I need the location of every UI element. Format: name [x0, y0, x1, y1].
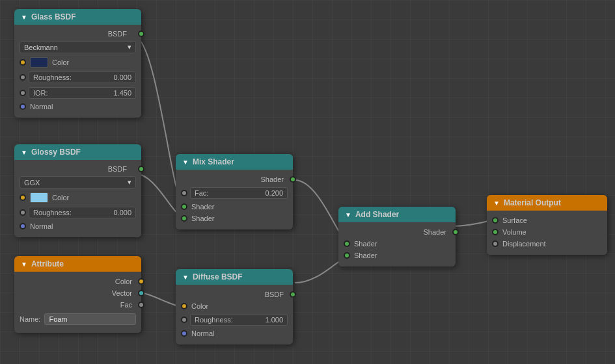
glass-bsdf-dropdown[interactable]: Beckmann ▾: [20, 41, 136, 53]
material-output-displacement-row: Displacement: [487, 238, 607, 250]
material-output-volume-label: Volume: [502, 228, 526, 236]
add-shader-arrow: ▼: [345, 211, 351, 218]
diffuse-bsdf-output-label: BSDF: [265, 291, 284, 298]
attribute-color-socket[interactable]: [138, 278, 144, 285]
glass-bsdf-ior-socket[interactable]: [20, 90, 26, 96]
diffuse-bsdf-output-socket[interactable]: [290, 291, 296, 298]
mix-shader-title: Mix Shader: [193, 157, 234, 166]
attribute-vector-label: Vector: [112, 289, 132, 297]
material-output-header[interactable]: ▼ Material Output: [487, 195, 607, 211]
mix-shader-fac-field[interactable]: Fac: 0.200: [190, 187, 288, 199]
attribute-vector-row: Vector: [14, 287, 141, 299]
diffuse-bsdf-arrow: ▼: [182, 274, 189, 281]
glass-bsdf-title: Glass BSDF: [31, 12, 76, 21]
glass-bsdf-output-socket[interactable]: [138, 31, 144, 37]
glossy-bsdf-output-socket[interactable]: [138, 166, 144, 172]
glossy-bsdf-header[interactable]: ▼ Glossy BSDF: [14, 144, 141, 160]
glass-bsdf-header[interactable]: ▼ Glass BSDF: [14, 9, 141, 25]
diffuse-bsdf-roughness-field[interactable]: Roughness: 1.000: [190, 314, 288, 326]
attribute-fac-row: Fac: [14, 299, 141, 311]
glass-bsdf-normal-label: Normal: [30, 103, 53, 110]
material-output-volume-row: Volume: [487, 226, 607, 238]
attribute-name-row: Name: Foam: [14, 311, 141, 328]
glass-bsdf-ior-field[interactable]: IOR: 1.450: [29, 87, 136, 99]
glossy-bsdf-normal-row: Normal: [14, 220, 141, 232]
diffuse-bsdf-title: Diffuse BSDF: [193, 272, 243, 281]
diffuse-bsdf-normal-label: Normal: [191, 330, 214, 337]
add-shader-node: ▼ Add Shader Shader Shader Shader: [338, 207, 456, 266]
attribute-color-row: Color: [14, 276, 141, 287]
add-shader-shader2-row: Shader: [338, 250, 456, 261]
glass-bsdf-color-swatch[interactable]: [30, 57, 48, 68]
mix-shader-shader1-row: Shader: [176, 201, 293, 213]
mix-shader-output-label: Shader: [261, 176, 284, 183]
attribute-arrow: ▼: [21, 261, 27, 268]
add-shader-shader1-row: Shader: [338, 238, 456, 250]
mix-shader-header[interactable]: ▼ Mix Shader: [176, 154, 293, 170]
add-shader-output-label: Shader: [424, 228, 446, 236]
glass-bsdf-dropdown-row: Beckmann ▾: [14, 39, 141, 55]
material-output-displacement-label: Displacement: [502, 240, 546, 248]
glass-bsdf-normal-socket[interactable]: [20, 103, 26, 110]
diffuse-bsdf-normal-socket[interactable]: [181, 330, 187, 337]
glossy-bsdf-title: Glossy BSDF: [31, 148, 81, 157]
diffuse-bsdf-roughness-socket[interactable]: [181, 317, 187, 323]
glossy-bsdf-roughness-field[interactable]: Roughness: 0.000: [29, 207, 136, 218]
glossy-bsdf-dropdown-row: GGX ▾: [14, 174, 141, 190]
mix-shader-shader1-socket[interactable]: [181, 203, 187, 210]
glass-bsdf-node: ▼ Glass BSDF BSDF Beckmann ▾ Color Rough…: [14, 9, 141, 118]
glass-bsdf-color-socket[interactable]: [20, 59, 26, 66]
mix-shader-shader2-socket[interactable]: [181, 215, 187, 222]
diffuse-bsdf-normal-row: Normal: [176, 328, 293, 339]
attribute-fac-socket[interactable]: [138, 302, 144, 308]
glass-bsdf-roughness-socket[interactable]: [20, 74, 26, 81]
glass-bsdf-color-row: Color: [14, 55, 141, 70]
glossy-bsdf-normal-socket[interactable]: [20, 223, 26, 229]
glass-bsdf-output-label: BSDF: [14, 30, 136, 38]
material-output-displacement-socket[interactable]: [492, 240, 499, 247]
material-output-volume-socket[interactable]: [492, 229, 499, 235]
glossy-bsdf-output-label: BSDF: [14, 165, 136, 173]
attribute-header[interactable]: ▼ Attribute: [14, 256, 141, 272]
glass-bsdf-output-row: BSDF: [14, 29, 141, 39]
mix-shader-output-row: Shader: [176, 174, 293, 185]
add-shader-output-row: Shader: [338, 226, 456, 238]
diffuse-bsdf-color-row: Color: [176, 300, 293, 312]
attribute-node: ▼ Attribute Color Vector Fac Name: Foam: [14, 256, 141, 333]
attribute-vector-socket[interactable]: [138, 290, 144, 296]
add-shader-shader2-socket[interactable]: [344, 252, 350, 259]
attribute-fac-label: Fac: [120, 301, 132, 309]
glossy-bsdf-color-swatch[interactable]: [30, 192, 48, 203]
diffuse-bsdf-color-socket[interactable]: [181, 303, 187, 309]
add-shader-shader1-label: Shader: [354, 240, 377, 248]
glossy-bsdf-arrow: ▼: [21, 149, 27, 156]
mix-shader-arrow: ▼: [182, 159, 189, 166]
glossy-bsdf-normal-label: Normal: [30, 222, 53, 230]
add-shader-output-socket[interactable]: [452, 229, 459, 235]
glossy-bsdf-roughness-row: Roughness: 0.000: [14, 205, 141, 220]
diffuse-bsdf-node: ▼ Diffuse BSDF BSDF Color Roughness: 1.0…: [176, 269, 293, 344]
mix-shader-output-socket[interactable]: [290, 176, 296, 183]
glass-bsdf-roughness-field[interactable]: Roughness: 0.000: [29, 72, 136, 83]
mix-shader-fac-socket[interactable]: [181, 190, 187, 196]
glossy-bsdf-node: ▼ Glossy BSDF BSDF GGX ▾ Color Roughness…: [14, 144, 141, 237]
add-shader-shader1-socket[interactable]: [344, 240, 350, 247]
add-shader-header[interactable]: ▼ Add Shader: [338, 207, 456, 222]
mix-shader-node: ▼ Mix Shader Shader Fac: 0.200 Shader Sh…: [176, 154, 293, 229]
diffuse-bsdf-header[interactable]: ▼ Diffuse BSDF: [176, 269, 293, 285]
glass-bsdf-normal-row: Normal: [14, 101, 141, 112]
glossy-bsdf-output-row: BSDF: [14, 164, 141, 174]
diffuse-bsdf-output-row: BSDF: [176, 289, 293, 300]
add-shader-shader2-label: Shader: [354, 252, 377, 259]
material-output-surface-socket[interactable]: [492, 217, 499, 224]
attribute-name-input[interactable]: Foam: [44, 313, 136, 325]
glossy-bsdf-dropdown[interactable]: GGX ▾: [20, 176, 136, 188]
mix-shader-shader2-label: Shader: [191, 214, 214, 222]
glossy-bsdf-roughness-socket[interactable]: [20, 209, 26, 216]
glass-bsdf-ior-row: IOR: 1.450: [14, 85, 141, 101]
glossy-bsdf-color-socket[interactable]: [20, 194, 26, 201]
material-output-arrow: ▼: [493, 200, 500, 207]
material-output-title: Material Output: [504, 198, 561, 207]
glossy-bsdf-color-row: Color: [14, 190, 141, 205]
mix-shader-shader1-label: Shader: [191, 203, 214, 211]
